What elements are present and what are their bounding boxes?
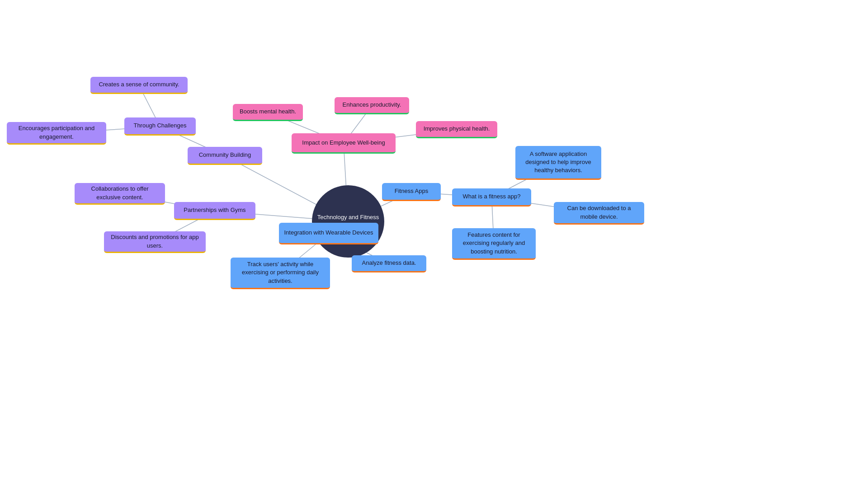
node-label-impact: Impact on Employee Well-being bbox=[302, 139, 385, 147]
node-label-integration: Integration with Wearable Devices bbox=[284, 229, 373, 237]
node-enhances[interactable]: Enhances productivity. bbox=[335, 97, 409, 114]
node-integration[interactable]: Integration with Wearable Devices bbox=[279, 223, 378, 244]
node-label-software: A software application designed to help … bbox=[520, 150, 597, 175]
node-label-track: Track users' activity while exercising o… bbox=[235, 260, 326, 285]
node-label-collaborations: Collaborations to offer exclusive conten… bbox=[79, 185, 160, 201]
node-label-fitnessapps: Fitness Apps bbox=[395, 187, 428, 195]
node-discounts[interactable]: Discounts and promotions for app users. bbox=[104, 231, 206, 253]
node-fitnessapps[interactable]: Fitness Apps bbox=[382, 183, 441, 201]
node-label-downloaded: Can be downloaded to a mobile device. bbox=[558, 204, 640, 221]
node-label-creates: Creates a sense of community. bbox=[99, 80, 179, 89]
node-challenges[interactable]: Through Challenges bbox=[124, 117, 196, 136]
node-label-challenges: Through Challenges bbox=[133, 122, 186, 130]
node-encourages[interactable]: Encourages participation and engagement. bbox=[7, 122, 106, 145]
node-community[interactable]: Community Building bbox=[188, 147, 262, 165]
node-label-enhances: Enhances productivity. bbox=[343, 101, 401, 109]
node-label-analyze: Analyze fitness data. bbox=[362, 259, 416, 267]
node-label-discounts: Discounts and promotions for app users. bbox=[108, 233, 201, 249]
node-label-improves: Improves physical health. bbox=[424, 125, 490, 133]
node-label-partnerships: Partnerships with Gyms bbox=[184, 206, 245, 214]
node-partnerships[interactable]: Partnerships with Gyms bbox=[174, 202, 255, 220]
node-creates[interactable]: Creates a sense of community. bbox=[90, 77, 188, 94]
node-whatis[interactable]: What is a fitness app? bbox=[452, 188, 531, 206]
node-label-whatis: What is a fitness app? bbox=[463, 192, 521, 201]
node-label-boosts: Boosts mental health. bbox=[240, 108, 296, 116]
node-label-features: Features content for exercising regularl… bbox=[457, 231, 531, 256]
node-collaborations[interactable]: Collaborations to offer exclusive conten… bbox=[75, 183, 165, 205]
node-features[interactable]: Features content for exercising regularl… bbox=[452, 228, 536, 260]
node-label-community: Community Building bbox=[199, 151, 251, 159]
center-node[interactable]: Technology and Fitness Initiatives bbox=[312, 185, 384, 258]
node-software[interactable]: A software application designed to help … bbox=[515, 146, 601, 180]
node-impact[interactable]: Impact on Employee Well-being bbox=[292, 133, 396, 154]
node-boosts[interactable]: Boosts mental health. bbox=[233, 104, 303, 121]
node-analyze[interactable]: Analyze fitness data. bbox=[352, 255, 426, 272]
node-label-encourages: Encourages participation and engagement. bbox=[11, 124, 102, 141]
node-track[interactable]: Track users' activity while exercising o… bbox=[231, 258, 330, 289]
node-improves[interactable]: Improves physical health. bbox=[416, 121, 497, 138]
node-downloaded[interactable]: Can be downloaded to a mobile device. bbox=[554, 202, 644, 225]
